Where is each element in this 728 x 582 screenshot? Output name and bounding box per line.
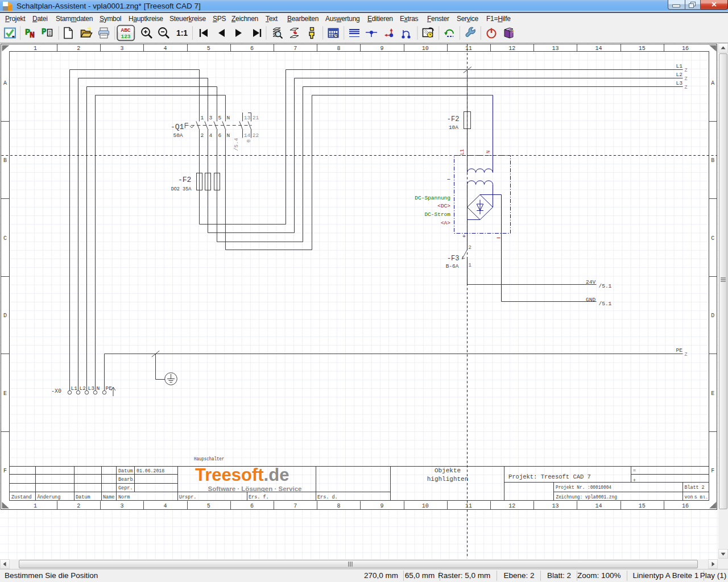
svg-text:13: 13 [244, 115, 251, 121]
svg-text:PE: PE [106, 385, 113, 392]
svg-text:N: N [486, 151, 491, 153]
svg-text:highlighten: highlighten [427, 476, 469, 483]
svg-text:+: + [462, 234, 466, 240]
svg-text:L1: L1 [460, 149, 465, 155]
svg-text:5: 5 [207, 503, 210, 509]
svg-text:Z: Z [685, 76, 688, 82]
svg-text:Ers. f.: Ers. f. [249, 494, 269, 500]
svg-text:6: 6 [250, 45, 254, 52]
svg-text:-F2: -F2 [178, 176, 191, 184]
svg-text:ABC: ABC [121, 27, 130, 34]
svg-text:E: E [3, 390, 7, 397]
svg-text:N: N [227, 132, 230, 139]
svg-text:PE: PE [676, 347, 683, 354]
svg-text:1:1: 1:1 [176, 28, 188, 38]
svg-text:von: von [684, 494, 693, 500]
svg-text:4: 4 [164, 503, 167, 509]
svg-text:B: B [3, 157, 7, 164]
svg-text:15: 15 [639, 45, 646, 52]
svg-text:Objekte: Objekte [435, 467, 461, 474]
svg-text:9: 9 [380, 45, 384, 52]
svg-text:3: 3 [209, 115, 213, 121]
svg-text:-Q1: -Q1 [171, 123, 184, 131]
svg-text:-X0: -X0 [51, 388, 61, 394]
svg-text:/5.1: /5.1 [599, 283, 612, 289]
svg-text:2: 2 [468, 244, 471, 251]
svg-text:6: 6 [218, 132, 222, 139]
svg-text:Projekt Nr. :00010004: Projekt Nr. :00010004 [556, 485, 611, 491]
svg-text:+: + [633, 478, 636, 484]
svg-text:Ers. d.: Ers. d. [317, 494, 338, 500]
svg-text:?: ? [511, 29, 514, 34]
svg-text:D: D [3, 313, 7, 319]
svg-text:10: 10 [422, 45, 429, 52]
svg-text:01.06.2018: 01.06.2018 [136, 468, 164, 473]
svg-text:GND: GND [586, 297, 595, 303]
svg-text:L2: L2 [80, 385, 86, 392]
svg-text:16: 16 [682, 45, 689, 52]
svg-text:Z: Z [685, 85, 688, 90]
svg-text:13: 13 [552, 503, 559, 509]
svg-text:21: 21 [253, 115, 259, 121]
svg-text:5: 5 [218, 115, 222, 121]
svg-text:/5.1: /5.1 [599, 301, 612, 307]
svg-text:14: 14 [244, 132, 251, 139]
svg-text:DO2 35A: DO2 35A [171, 186, 192, 192]
svg-text:7: 7 [293, 45, 297, 52]
svg-text:15: 15 [639, 503, 646, 509]
svg-text:12: 12 [508, 503, 515, 509]
svg-text:P: P [42, 27, 46, 36]
svg-text:B: B [711, 157, 714, 164]
svg-text:16: 16 [682, 503, 689, 509]
svg-text:11: 11 [465, 503, 472, 509]
svg-text:8: 8 [337, 45, 340, 52]
svg-text:L1: L1 [676, 63, 683, 69]
svg-text:24V: 24V [586, 279, 595, 285]
svg-text:Gepr.: Gepr. [118, 485, 133, 491]
svg-text:50A: 50A [173, 132, 183, 139]
svg-text:N: N [227, 115, 230, 121]
svg-text:C: C [3, 235, 7, 242]
svg-text:DC-Strom: DC-Strom [424, 211, 450, 218]
svg-text:3: 3 [120, 45, 123, 52]
svg-text:123: 123 [121, 34, 130, 40]
svg-text:14: 14 [595, 45, 602, 52]
svg-text:B-6A: B-6A [446, 263, 459, 269]
svg-text:2: 2 [201, 132, 204, 139]
svg-text:Datum: Datum [76, 494, 90, 500]
svg-text:7: 7 [293, 503, 297, 509]
svg-text:Software · Lösungen · Service: Software · Lösungen · Service [208, 485, 302, 492]
svg-text:Projekt: Treesoft CAD 7: Projekt: Treesoft CAD 7 [508, 473, 591, 480]
svg-text:Z: Z [685, 352, 688, 357]
svg-text:9: 9 [380, 503, 384, 509]
svg-text:14: 14 [595, 503, 602, 509]
svg-text:13: 13 [552, 45, 559, 52]
svg-text:<DC>: <DC> [437, 203, 450, 209]
svg-text:-F2: -F2 [447, 115, 460, 123]
svg-text:2: 2 [77, 45, 80, 52]
svg-text:<A>: <A> [441, 220, 450, 226]
svg-text:11: 11 [465, 45, 472, 52]
svg-text:1: 1 [201, 115, 204, 121]
svg-text:Datum: Datum [118, 468, 133, 474]
svg-text:Zustand: Zustand [11, 494, 32, 500]
svg-text:Blatt 2: Blatt 2 [684, 485, 704, 490]
svg-text:Name: Name [103, 494, 114, 500]
svg-text:0: 0 [246, 139, 252, 143]
svg-text:-F3: -F3 [447, 255, 460, 263]
svg-text:N: N [97, 385, 100, 392]
svg-text:DC-Spannung: DC-Spannung [415, 195, 450, 201]
svg-text:2: 2 [77, 503, 80, 509]
svg-text:Urspr.: Urspr. [179, 494, 197, 500]
svg-text:10: 10 [422, 503, 429, 509]
svg-text:8: 8 [337, 503, 340, 509]
svg-text:22: 22 [253, 132, 259, 139]
svg-text:L3: L3 [676, 80, 683, 86]
svg-text:3: 3 [120, 503, 123, 509]
svg-text:4: 4 [209, 132, 213, 139]
svg-text:1: 1 [34, 503, 37, 509]
svg-text:=: = [633, 468, 636, 473]
svg-text:Z: Z [685, 68, 688, 73]
svg-text:C: C [711, 235, 714, 242]
svg-text:6: 6 [250, 503, 254, 509]
